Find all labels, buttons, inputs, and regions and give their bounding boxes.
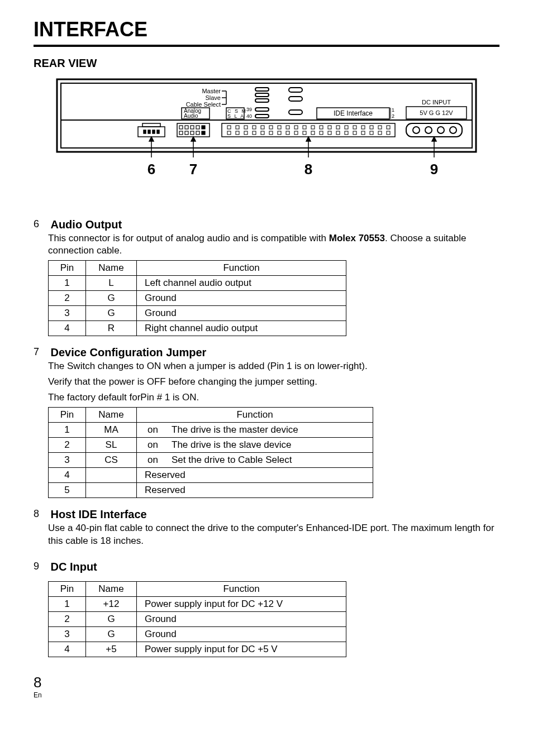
- table-header-row: Pin Name Function: [49, 261, 346, 276]
- svg-point-90: [425, 127, 432, 133]
- svg-rect-17: [255, 108, 269, 111]
- svg-rect-21: [289, 110, 302, 114]
- svg-text:2: 2: [392, 113, 394, 119]
- table-row: 1+12Power supply input for DC +12 V: [49, 596, 346, 611]
- svg-rect-55: [286, 126, 289, 129]
- section-text: The Switch changes to ON when a jumper i…: [48, 360, 499, 372]
- svg-rect-53: [269, 126, 273, 129]
- rear-view-diagram: Master Slave Cable Select Analog Audio C…: [54, 76, 479, 205]
- svg-rect-39: [191, 126, 194, 129]
- svg-rect-68: [227, 131, 231, 135]
- svg-rect-43: [185, 131, 188, 135]
- svg-rect-30: [138, 127, 165, 137]
- svg-rect-70: [244, 131, 248, 135]
- svg-rect-44: [191, 131, 194, 135]
- svg-rect-31: [142, 123, 160, 127]
- svg-marker-100: [432, 137, 436, 141]
- section-6: 6 Audio Output This connector is for out…: [34, 218, 499, 336]
- page-number: 8: [34, 674, 499, 691]
- svg-text:9: 9: [430, 161, 438, 178]
- dc-input-table: Pin Name Function 1+12Power supply input…: [48, 581, 346, 657]
- svg-rect-45: [196, 131, 199, 135]
- table-row: 5Reserved: [49, 483, 373, 498]
- svg-rect-66: [378, 126, 382, 129]
- section-subhead: REAR VIEW: [34, 57, 499, 70]
- svg-rect-76: [294, 131, 298, 135]
- svg-rect-64: [361, 126, 365, 129]
- svg-text:6: 6: [147, 161, 155, 178]
- svg-rect-51: [253, 126, 256, 129]
- svg-rect-48: [227, 126, 231, 129]
- svg-rect-79: [320, 131, 323, 135]
- col-header: Pin: [49, 261, 86, 276]
- svg-point-92: [450, 127, 456, 133]
- col-header: Function: [137, 581, 346, 596]
- svg-text:Cable Select: Cable Select: [186, 101, 221, 108]
- col-header: Name: [86, 408, 137, 423]
- svg-rect-57: [303, 126, 306, 129]
- section-number: 9: [34, 561, 48, 572]
- table-row: 4Reserved: [49, 468, 373, 483]
- svg-text:Audio: Audio: [184, 113, 198, 119]
- svg-rect-81: [336, 131, 340, 135]
- svg-rect-49: [236, 126, 239, 129]
- svg-rect-88: [406, 123, 462, 137]
- section-heading: Device Configuration Jumper: [50, 346, 206, 358]
- page-footer: 8 En: [34, 674, 499, 699]
- col-header: Name: [86, 581, 137, 596]
- table-header-row: Pin Name Function: [49, 408, 373, 423]
- section-text: This connector is for output of analog a…: [48, 232, 499, 257]
- section-7: 7 Device Configuration Jumper The Switch…: [34, 346, 499, 498]
- svg-rect-85: [370, 131, 373, 135]
- svg-text:DC INPUT: DC INPUT: [422, 99, 451, 106]
- svg-text:Master: Master: [202, 88, 221, 94]
- page-title: INTERFACE: [34, 18, 499, 41]
- section-9: 9 DC Input Pin Name Function 1+12Power s…: [34, 561, 499, 657]
- svg-rect-46: [202, 131, 205, 135]
- table-row: 3CSonSet the drive to Cable Select: [49, 453, 373, 468]
- section-number: 7: [34, 346, 48, 358]
- svg-rect-34: [153, 130, 155, 133]
- svg-rect-59: [320, 126, 323, 129]
- svg-text:IDE Interface: IDE Interface: [334, 109, 373, 117]
- svg-point-91: [437, 127, 444, 133]
- svg-text:5V G G 12V: 5V G G 12V: [420, 109, 453, 116]
- svg-rect-15: [255, 93, 269, 97]
- audio-output-table: Pin Name Function 1LLeft channel audio o…: [48, 260, 346, 336]
- svg-text:S L A: S L A: [227, 113, 245, 119]
- svg-rect-62: [345, 126, 348, 129]
- svg-rect-58: [311, 126, 315, 129]
- svg-rect-71: [253, 131, 256, 135]
- svg-rect-19: [289, 88, 302, 92]
- svg-rect-33: [148, 130, 150, 133]
- svg-text:39: 39: [246, 107, 252, 112]
- svg-rect-72: [261, 131, 264, 135]
- svg-rect-86: [378, 131, 382, 135]
- svg-rect-40: [196, 126, 199, 129]
- section-number: 8: [34, 508, 48, 520]
- svg-marker-94: [149, 137, 154, 141]
- svg-text:8: 8: [304, 161, 312, 178]
- svg-rect-80: [328, 131, 331, 135]
- svg-rect-75: [286, 131, 289, 135]
- svg-rect-35: [157, 130, 159, 133]
- section-heading: Host IDE Interface: [50, 508, 146, 520]
- col-header: Name: [86, 261, 137, 276]
- svg-rect-37: [179, 126, 183, 129]
- table-row: 3GGround: [49, 306, 346, 321]
- title-divider: [34, 45, 499, 47]
- table-row: 2SLonThe drive is the slave device: [49, 438, 373, 453]
- svg-rect-61: [336, 126, 340, 129]
- svg-rect-20: [289, 97, 302, 101]
- svg-rect-60: [328, 126, 331, 129]
- svg-rect-52: [261, 126, 264, 129]
- svg-rect-74: [278, 131, 281, 135]
- col-header: Pin: [49, 408, 86, 423]
- svg-rect-38: [185, 126, 188, 129]
- svg-rect-78: [311, 131, 315, 135]
- table-row: 2GGround: [49, 291, 346, 306]
- col-header: Function: [137, 408, 373, 423]
- table-row: 1LLeft channel audio output: [49, 276, 346, 291]
- svg-rect-63: [353, 126, 356, 129]
- section-heading: DC Input: [50, 561, 97, 573]
